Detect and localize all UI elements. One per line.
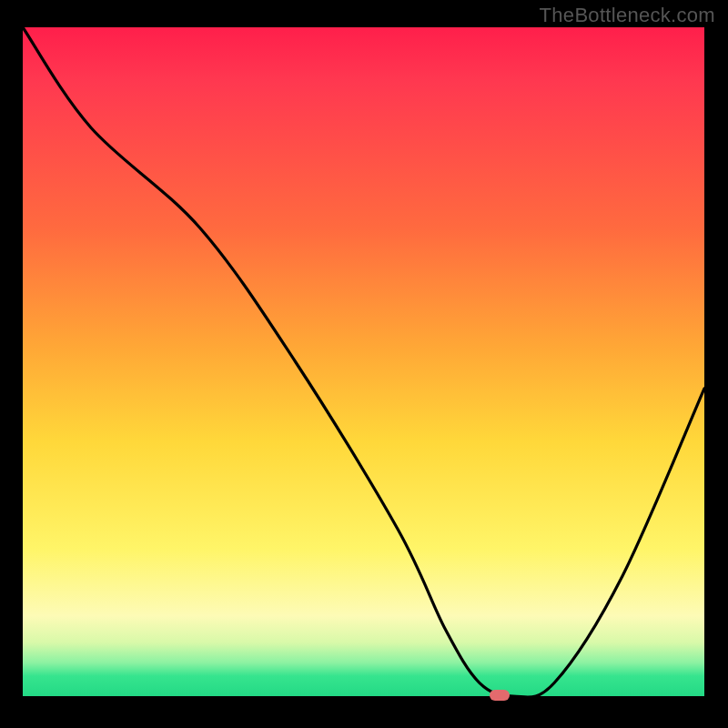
curve-path bbox=[23, 27, 704, 697]
chart-frame: TheBottleneck.com bbox=[0, 0, 728, 728]
plot-area bbox=[23, 27, 704, 696]
optimal-marker bbox=[490, 690, 510, 701]
watermark-text: TheBottleneck.com bbox=[540, 4, 715, 27]
bottleneck-curve bbox=[23, 27, 704, 696]
